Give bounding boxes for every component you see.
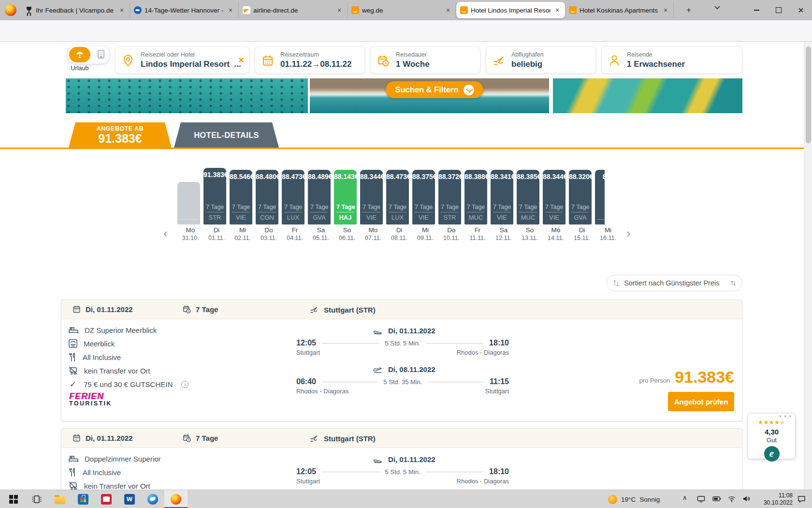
destination-value: Lindos Imperial Resort ... xyxy=(141,60,241,69)
tab-offers[interactable]: ANGEBOTE AB 91.383€ xyxy=(69,122,172,148)
chart-date[interactable]: Mi 09.11. xyxy=(412,226,438,241)
price-bar[interactable]: 91.383€ 7 Tage STR xyxy=(203,168,226,224)
search-filter-button[interactable]: Suchen & Filtern xyxy=(386,81,483,98)
page-scrollbar[interactable] xyxy=(804,42,812,490)
beach-umbrella-icon[interactable] xyxy=(69,47,90,62)
browser-tab[interactable]: airline-direct.de xyxy=(239,2,348,18)
maximize-button[interactable] xyxy=(768,0,790,20)
price-bar[interactable]: 88.489€ 7 Tage GVA xyxy=(308,170,331,224)
chart-date[interactable]: Di 08.11. xyxy=(386,226,412,241)
airport-field[interactable]: Abflughafen beliebig xyxy=(486,46,596,74)
close-window-button[interactable] xyxy=(790,0,812,20)
thunderbird-icon[interactable] xyxy=(141,490,164,508)
price-bar[interactable]: 88.480€ 7 Tage CGN xyxy=(256,170,278,224)
chart-date[interactable]: Mi 16.11. xyxy=(595,226,621,241)
ekomi-rating-widget[interactable]: • • • 4,30 Gut xyxy=(748,414,795,459)
price-bar[interactable]: 88.341€ 7 Tage VIE xyxy=(491,170,513,224)
travel-mode-toggle[interactable] xyxy=(67,45,110,64)
chart-date[interactable]: Di 15.11. xyxy=(569,226,595,241)
start-button[interactable] xyxy=(2,490,25,508)
book-app-icon[interactable] xyxy=(95,490,118,508)
chart-date[interactable]: Di 01.11. xyxy=(203,226,230,241)
check-offer-button[interactable]: Angebot prüfen xyxy=(668,392,734,411)
chart-next-icon[interactable]: › xyxy=(626,227,631,239)
tab-close-icon[interactable] xyxy=(662,6,669,14)
price-bar[interactable]: 88.388€ 7 Tage MUC xyxy=(464,170,487,224)
price-bar[interactable]: 88.320€ 7 Tage GVA xyxy=(569,170,592,224)
chart-date[interactable]: Sa 12.11. xyxy=(491,226,517,241)
search-filter-label: Suchen & Filtern xyxy=(395,85,458,94)
chart-date[interactable]: Fr 04.11. xyxy=(282,226,308,241)
rating-stars xyxy=(758,419,785,425)
tab-close-icon[interactable] xyxy=(553,6,561,14)
transfer-feature: kein Transfer vor Ort xyxy=(68,366,150,375)
airplane-icon xyxy=(493,54,506,67)
tab-close-icon[interactable] xyxy=(335,6,343,14)
price-bar[interactable]: 88.546€ 7 Tage VIE xyxy=(230,170,252,224)
chart-date[interactable]: Sa 05.11. xyxy=(308,226,334,241)
firefox-taskbar-icon[interactable] xyxy=(164,490,188,508)
chart-date[interactable]: Mo 31.10. xyxy=(177,226,203,241)
taskbar-clock[interactable]: 11:08 30.10.2022 xyxy=(758,492,793,507)
tray-battery-icon[interactable] xyxy=(712,495,721,502)
microsoft-store-icon[interactable] xyxy=(72,490,95,508)
tab-close-icon[interactable] xyxy=(227,6,234,14)
chart-date[interactable]: Mo 14.11. xyxy=(543,226,569,241)
duration-field[interactable]: Reisedauer 1 Woche xyxy=(370,46,480,74)
browser-tab[interactable]: Hotel Lindos Imperial Resort & S xyxy=(456,2,565,18)
price-bar[interactable]: 88.473€ 7 Tage LUX xyxy=(282,170,304,224)
price-bar[interactable]: 88 xyxy=(595,170,605,224)
notification-center-icon[interactable] xyxy=(798,495,806,503)
price-bar[interactable]: 88.372€ 7 Tage STR xyxy=(438,170,461,224)
bar-airport: VIE xyxy=(360,212,383,224)
browser-tab[interactable]: weg.de xyxy=(348,2,456,18)
tab-close-icon[interactable] xyxy=(444,6,452,14)
tray-expand-icon[interactable]: ∧ xyxy=(682,494,687,501)
travellers-field[interactable]: Reisende 1 Erwachsener xyxy=(601,46,742,74)
price-bar[interactable]: 88.385€ 7 Tage MUC xyxy=(517,170,539,224)
new-tab-button[interactable]: + xyxy=(683,5,694,15)
tab-close-icon[interactable] xyxy=(118,6,126,14)
chart-date[interactable]: Mi 02.11. xyxy=(230,226,256,241)
chart-date[interactable]: Do 10.11. xyxy=(438,226,464,241)
price-bar[interactable]: 88.344€ 7 Tage VIE xyxy=(360,170,383,224)
clear-destination-icon[interactable] xyxy=(238,55,244,66)
taskbar-weather[interactable]: 19°C Sonnig xyxy=(608,490,660,508)
info-icon[interactable] xyxy=(181,381,188,388)
tray-volume-icon[interactable] xyxy=(742,495,750,502)
price-chart: 91.383€ 7 Tage STR 88.546€ 7 Tage VIE 88 xyxy=(176,167,605,224)
chart-date[interactable]: So 13.11. xyxy=(517,226,543,241)
sort-button[interactable]: Sortiert nach Günstigster Preis xyxy=(607,275,742,291)
daterange-field[interactable]: Reisezeitraum 01.11.22→08.11.22 xyxy=(255,46,365,74)
chart-prev-icon[interactable]: ‹ xyxy=(163,227,168,239)
file-explorer-icon[interactable] xyxy=(48,490,72,508)
task-view-button[interactable] xyxy=(25,490,48,508)
bar-airport: LUX xyxy=(282,212,304,224)
chart-date-value: 09.11. xyxy=(412,235,438,241)
price-bar[interactable]: 88.473€ 7 Tage LUX xyxy=(386,170,409,224)
destination-field[interactable]: Reiseziel oder Hotel Lindos Imperial Res… xyxy=(115,46,249,74)
chart-date[interactable]: Do 03.11. xyxy=(256,226,282,241)
price-bar[interactable]: 88.143€ 7 Tage HAJ xyxy=(334,170,357,224)
price-bar[interactable]: 88.375€ 7 Tage VIE xyxy=(412,170,435,224)
tab-list-chevron-icon[interactable] xyxy=(714,6,720,10)
price-bar[interactable] xyxy=(177,182,200,224)
chart-date[interactable]: So 06.11. xyxy=(334,226,360,241)
scrollbar-thumb[interactable] xyxy=(806,46,811,143)
bar-price: 88.489€ xyxy=(308,170,331,180)
minimize-button[interactable] xyxy=(745,0,768,20)
browser-tab[interactable]: Ihr Feedback | Vicampo.de xyxy=(21,2,130,18)
hotel-building-icon[interactable] xyxy=(97,49,105,59)
plane-arrival-icon xyxy=(373,455,383,463)
chart-date[interactable]: Mo 07.11. xyxy=(360,226,386,241)
tray-display-icon[interactable] xyxy=(697,495,705,503)
word-icon[interactable] xyxy=(118,490,141,508)
browser-tab[interactable]: 14-Tage-Wetter Hannover - Wet xyxy=(130,2,239,18)
bar-duration: 7 Tage xyxy=(467,204,485,212)
price-bar[interactable]: 88.344€ 7 Tage VIE xyxy=(543,170,566,224)
tray-network-icon[interactable] xyxy=(728,495,736,502)
chart-date[interactable]: Fr 11.11. xyxy=(464,226,491,241)
browser-tabs: Ihr Feedback | Vicampo.de 14-Tage-Wetter… xyxy=(21,2,674,18)
tab-hotel-details[interactable]: HOTEL-DETAILS xyxy=(174,122,279,148)
browser-tab[interactable]: Hotel Koskinas Apartments in A xyxy=(565,2,674,18)
